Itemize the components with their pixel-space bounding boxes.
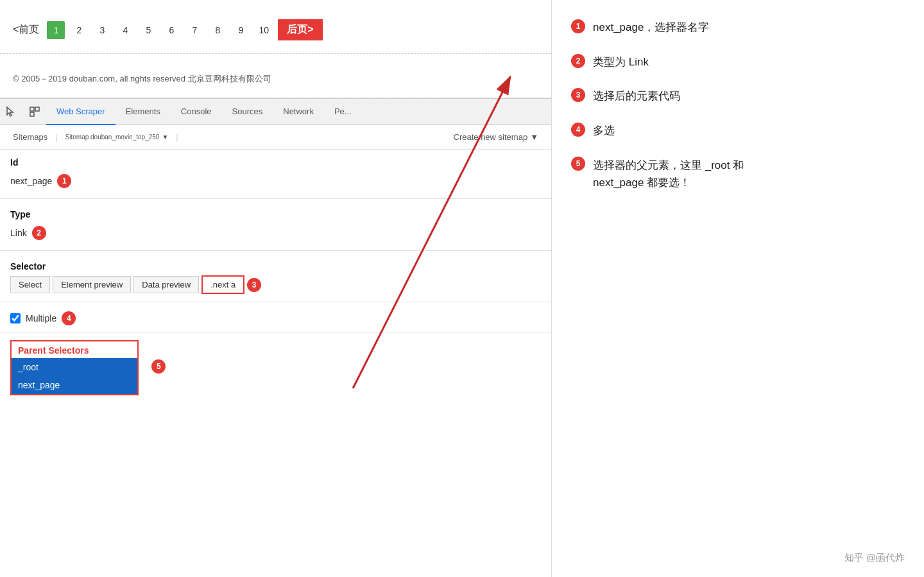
page-9[interactable]: 9: [232, 21, 250, 39]
type-value: Link: [10, 228, 27, 238]
next-page-button[interactable]: 后页>: [278, 19, 322, 40]
annotation-text-5: 选择器的父元素，这里 _root 和next_page 都要选！: [593, 157, 744, 191]
sitemap-nav: Sitemaps | Sitemap douban_movie_top_250 …: [0, 125, 551, 150]
pagination-area: <前页 1 2 3 4 5 6 7 8 9 10 后页>: [0, 0, 551, 54]
chevron-down-icon: ▼: [162, 133, 168, 141]
page-3[interactable]: 3: [93, 21, 111, 39]
badge-3: 3: [247, 278, 261, 292]
annotation-item-5: 5 选择器的父元素，这里 _root 和next_page 都要选！: [571, 157, 905, 191]
svg-rect-2: [30, 112, 34, 116]
annotation-text-3: 选择后的元素代码: [593, 88, 680, 105]
annotation-text-2: 类型为 Link: [593, 54, 649, 71]
badge-5: 5: [151, 359, 166, 374]
tab-sources[interactable]: Sources: [222, 98, 273, 125]
sitemaps-button[interactable]: Sitemaps: [8, 130, 53, 144]
badge-2: 2: [32, 226, 46, 240]
site-footer: © 2005－2019 douban.com, all rights reser…: [0, 54, 551, 98]
parent-selector-root[interactable]: _root: [12, 358, 137, 376]
parent-selectors-box: Parent Selectors _root next_page: [10, 340, 139, 395]
selector-value-display[interactable]: .next a: [201, 275, 244, 294]
annotation-item-2: 2 类型为 Link: [571, 54, 905, 71]
annotation-badge-2: 2: [571, 54, 585, 68]
badge-4: 4: [62, 311, 76, 325]
annotation-item-4: 4 多选: [571, 123, 905, 139]
tab-elements[interactable]: Elements: [116, 98, 171, 125]
tab-console[interactable]: Console: [171, 98, 222, 125]
id-value: next_page: [10, 176, 52, 186]
id-label: Id: [10, 157, 541, 168]
badge-1: 1: [57, 174, 71, 188]
cursor-icon[interactable]: [0, 98, 23, 125]
type-value-row: Link 2: [10, 223, 541, 243]
annotation-list: 1 next_page，选择器名字 2 类型为 Link 3 选择后的元素代码 …: [571, 19, 905, 191]
tab-webscraper[interactable]: Web Scraper: [46, 98, 116, 125]
page-8[interactable]: 8: [209, 21, 227, 39]
id-section: Id next_page 1: [0, 150, 551, 199]
id-value-row: next_page 1: [10, 171, 541, 191]
annotation-badge-3: 3: [571, 88, 585, 102]
multiple-label: Multiple: [26, 313, 56, 323]
tab-performance[interactable]: Pe...: [324, 98, 362, 125]
annotation-badge-1: 1: [571, 19, 585, 33]
devtools-tabs: Web Scraper Elements Console Sources Net…: [46, 98, 362, 125]
annotation-item-1: 1 next_page，选择器名字: [571, 19, 905, 36]
annotation-item-3: 3 选择后的元素代码: [571, 88, 905, 105]
parent-selectors-section: Parent Selectors _root next_page 5: [0, 332, 551, 403]
inspect-icon[interactable]: [23, 98, 46, 125]
devtools-toolbar: Web Scraper Elements Console Sources Net…: [0, 98, 551, 125]
page-2[interactable]: 2: [70, 21, 88, 39]
annotation-badge-5: 5: [571, 157, 585, 171]
element-preview-button[interactable]: Element preview: [53, 276, 131, 293]
parent-selectors-title: Parent Selectors: [12, 341, 137, 358]
copyright-text: © 2005－2019 douban.com, all rights reser…: [13, 74, 271, 83]
page-4[interactable]: 4: [116, 21, 134, 39]
prev-page-link[interactable]: <前页: [13, 23, 39, 37]
select-button[interactable]: Select: [10, 276, 50, 293]
zhihu-footer: 知乎 @函代炸: [844, 552, 905, 564]
multiple-checkbox[interactable]: [10, 313, 21, 323]
selector-buttons-row: Select Element preview Data preview .nex…: [10, 275, 541, 294]
page-1[interactable]: 1: [47, 21, 65, 39]
page-7[interactable]: 7: [185, 21, 203, 39]
selector-label: Selector: [10, 261, 541, 271]
parent-selector-nextpage[interactable]: next_page: [12, 376, 137, 394]
annotation-badge-4: 4: [571, 123, 585, 137]
multiple-row: Multiple 4: [0, 305, 551, 332]
right-panel: 1 next_page，选择器名字 2 类型为 Link 3 选择后的元素代码 …: [552, 0, 924, 577]
annotation-text-4: 多选: [593, 123, 615, 139]
scraper-panel: Sitemaps | Sitemap douban_movie_top_250 …: [0, 125, 551, 577]
page-10[interactable]: 10: [255, 21, 273, 39]
type-label: Type: [10, 209, 541, 220]
data-preview-button[interactable]: Data preview: [133, 276, 199, 293]
svg-rect-0: [30, 107, 34, 111]
svg-rect-1: [35, 107, 39, 111]
page-5[interactable]: 5: [139, 21, 157, 39]
chevron-down-icon-create: ▼: [530, 132, 538, 142]
create-sitemap-button[interactable]: Create new sitemap ▼: [449, 130, 544, 144]
sitemap-dropdown[interactable]: Sitemap douban_movie_top_250 ▼: [60, 131, 174, 143]
annotation-text-1: next_page，选择器名字: [593, 19, 709, 36]
type-section: Type Link 2: [0, 202, 551, 251]
page-6[interactable]: 6: [162, 21, 180, 39]
tab-network[interactable]: Network: [273, 98, 324, 125]
selector-section: Selector Select Element preview Data pre…: [0, 254, 551, 302]
